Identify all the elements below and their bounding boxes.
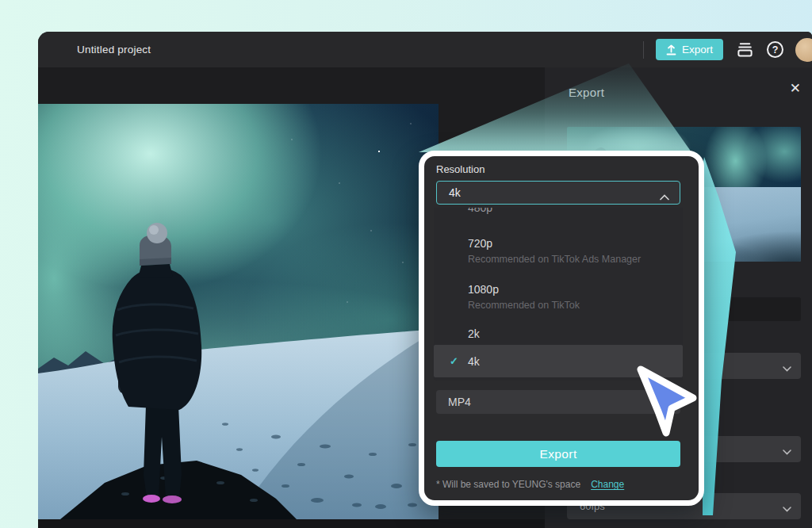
aurora-scene-art bbox=[38, 104, 439, 519]
option-note: Recommended on TikTok bbox=[468, 299, 683, 312]
dropdown-option-4k-selected[interactable]: ✓ 4k bbox=[434, 345, 683, 377]
resolution-dropdown: 480p 720p Recommended on TikTok Ads Mana… bbox=[434, 208, 683, 381]
resolution-select-value: 4k bbox=[449, 186, 461, 199]
format-select[interactable]: MP4 bbox=[436, 390, 680, 414]
help-button[interactable]: ? bbox=[767, 41, 783, 58]
option-note: Recommended on TikTok Ads Manager bbox=[468, 253, 683, 266]
export-button-label: Export bbox=[682, 44, 713, 55]
dropdown-option-1080p[interactable]: 1080p Recommended on TikTok bbox=[434, 281, 683, 312]
help-icon: ? bbox=[767, 41, 783, 58]
page-background: Untitled project Export bbox=[0, 0, 812, 528]
user-avatar[interactable] bbox=[795, 38, 812, 62]
resolution-select[interactable]: 4k bbox=[436, 181, 680, 205]
card-footer: * Will be saved to YEUNG's space Change bbox=[436, 479, 684, 490]
top-bar: Untitled project Export bbox=[38, 32, 812, 67]
save-location-note: * Will be saved to YEUNG's space bbox=[436, 479, 580, 490]
toolbar-divider bbox=[643, 41, 644, 59]
export-popup-card: Resolution 4k 480p 720p Recommended on T… bbox=[419, 151, 704, 506]
close-icon: ✕ bbox=[790, 81, 801, 96]
export-button[interactable]: Export bbox=[656, 39, 723, 60]
drawer-stack-icon bbox=[735, 40, 755, 59]
exports-drawer-button[interactable] bbox=[735, 40, 755, 59]
upload-icon bbox=[666, 44, 676, 55]
chevron-down-icon bbox=[783, 362, 791, 374]
check-icon: ✓ bbox=[450, 355, 458, 367]
dropdown-option-480p[interactable]: 480p bbox=[434, 208, 683, 218]
format-select-value: MP4 bbox=[448, 396, 471, 408]
panel-title: Export bbox=[569, 86, 604, 99]
dropdown-option-720p[interactable]: 720p Recommended on TikTok Ads Manager bbox=[434, 235, 683, 266]
project-title[interactable]: Untitled project bbox=[77, 32, 151, 67]
chevron-up-icon bbox=[660, 190, 669, 203]
top-bar-actions: Export ? bbox=[643, 32, 812, 67]
dropdown-option-2k[interactable]: 2k bbox=[434, 326, 683, 342]
export-submit-button[interactable]: Export bbox=[436, 441, 680, 467]
editor-floor bbox=[38, 519, 545, 528]
change-location-link[interactable]: Change bbox=[591, 479, 624, 490]
close-button[interactable]: ✕ bbox=[790, 80, 801, 97]
chevron-down-icon bbox=[783, 503, 791, 515]
resolution-label: Resolution bbox=[436, 163, 485, 175]
chevron-down-icon bbox=[783, 446, 791, 457]
video-canvas[interactable] bbox=[38, 104, 439, 519]
